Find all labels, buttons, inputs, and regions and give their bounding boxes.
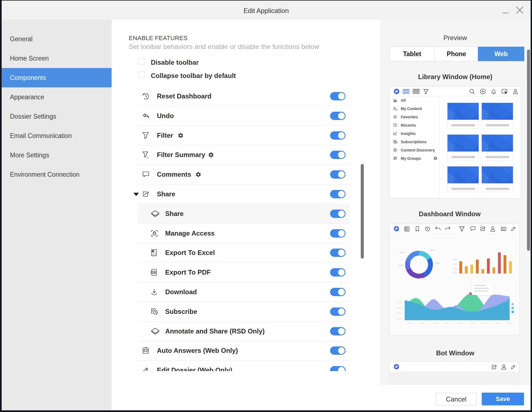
svg-text:PDF: PDF bbox=[151, 272, 155, 273]
